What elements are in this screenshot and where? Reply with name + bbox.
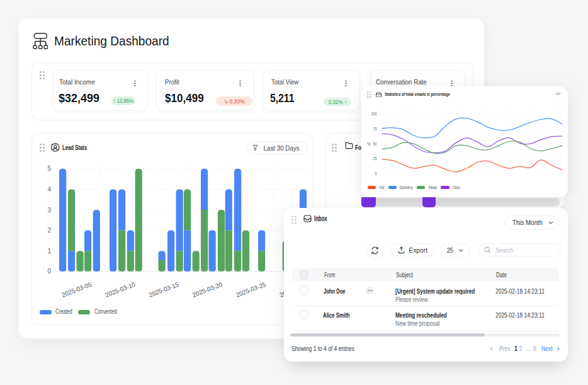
svg-text:2025-03-15: 2025-03-15 (148, 280, 180, 298)
svg-text:50: 50 (373, 142, 377, 146)
svg-text:0: 0 (375, 171, 377, 176)
svg-text:2025-03-05: 2025-03-05 (60, 280, 93, 298)
svg-text:0: 0 (47, 268, 51, 275)
svg-text:100: 100 (371, 112, 377, 116)
svg-text:75: 75 (373, 127, 377, 131)
svg-text:%: % (367, 142, 371, 146)
svg-text:2025-03-25: 2025-03-25 (235, 280, 267, 298)
svg-text:3: 3 (47, 207, 51, 214)
svg-text:2025-03-20: 2025-03-20 (191, 280, 223, 298)
svg-text:25: 25 (373, 156, 377, 161)
svg-text:2025-03-10: 2025-03-10 (105, 280, 137, 298)
svg-text:1: 1 (47, 248, 51, 255)
svg-text:2: 2 (47, 227, 51, 234)
svg-text:5: 5 (47, 165, 51, 172)
svg-text:4: 4 (47, 186, 51, 193)
